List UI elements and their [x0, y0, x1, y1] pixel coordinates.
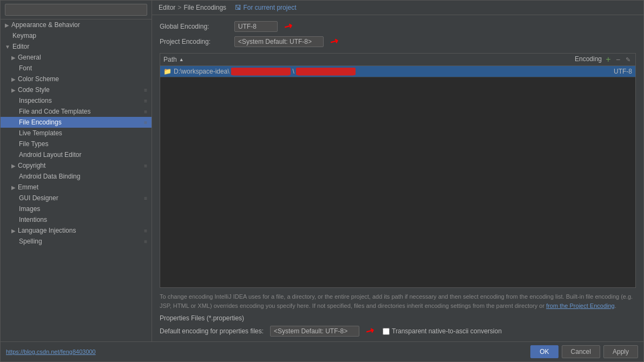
- breadcrumb-path: Editor: [159, 4, 175, 11]
- sidebar-item-label: General: [18, 54, 41, 61]
- sidebar-item-label: GUI Designer: [19, 194, 58, 202]
- apply-button[interactable]: Apply: [603, 345, 638, 358]
- table-header: Path ▲ Encoding + − ✎: [160, 54, 635, 66]
- main-content: Editor > File Encodings 🖫 For current pr…: [152, 1, 643, 341]
- properties-row: Default encoding for properties files: <…: [160, 325, 636, 337]
- sidebar-item-font[interactable]: Font: [1, 63, 152, 74]
- sidebar-item-label: Live Templates: [19, 129, 62, 137]
- info-link[interactable]: from the Project Encoding: [546, 302, 615, 309]
- expand-arrow: ▶: [11, 87, 16, 93]
- sidebar-item-inspections[interactable]: Inspections≡: [1, 95, 152, 106]
- default-encoding-label: Default encoding for properties files:: [160, 327, 264, 335]
- edit-row-button[interactable]: ✎: [623, 55, 632, 64]
- sidebar-item-badge: ≡: [144, 195, 147, 201]
- row-path: 📁 D:\workspace-idea\ ████████████ \ ████…: [163, 68, 567, 75]
- sidebar-item-label: File and Code Templates: [19, 108, 91, 115]
- col-encoding-header: Encoding: [537, 55, 602, 64]
- dialog-footer: https://blog.csdn.net/feng8403000 OK Can…: [1, 341, 643, 361]
- expand-arrow: ▶: [11, 228, 16, 234]
- sidebar-item-label: Keymap: [12, 32, 36, 40]
- redacted-path: ████████████: [296, 68, 356, 75]
- table-rows-container: 📁 D:\workspace-idea\ ████████████ \ ████…: [160, 66, 635, 77]
- sidebar-item-badge: ≡: [144, 109, 147, 115]
- sidebar-item-code-style[interactable]: ▶Code Style≡: [1, 84, 152, 95]
- sidebar-item-badge: ≡: [144, 87, 147, 93]
- sidebar-item-gui-designer[interactable]: GUI Designer≡: [1, 193, 152, 203]
- arrow-global: ↗: [282, 19, 295, 34]
- sidebar-item-android-layout-editor[interactable]: Android Layout Editor: [1, 149, 152, 160]
- sidebar: ▶Appearance & BehaviorKeymap▼Editor▶Gene…: [1, 1, 152, 341]
- search-box: [1, 1, 152, 19]
- sidebar-item-emmet[interactable]: ▶Emmet: [1, 182, 152, 193]
- sidebar-item-label: Font: [19, 64, 32, 72]
- breadcrumb-project: 🖫 For current project: [235, 4, 296, 11]
- sidebar-item-label: Spelling: [19, 238, 42, 245]
- expand-arrow: ▶: [11, 163, 16, 169]
- col-path-label: Path: [163, 56, 177, 63]
- transparent-checkbox[interactable]: [383, 328, 390, 335]
- global-encoding-dropdown[interactable]: UTF-8: [234, 21, 278, 32]
- sidebar-item-file-types[interactable]: File Types: [1, 139, 152, 149]
- ok-button[interactable]: OK: [530, 345, 558, 358]
- sidebar-item-label: Android Data Binding: [19, 173, 80, 180]
- sidebar-item-intentions[interactable]: Intentions: [1, 214, 152, 225]
- global-encoding-row: Global Encoding: UTF-8 ↗: [160, 21, 636, 32]
- sidebar-item-appearance[interactable]: ▶Appearance & Behavior: [1, 19, 152, 30]
- sidebar-tree: ▶Appearance & BehaviorKeymap▼Editor▶Gene…: [1, 19, 152, 247]
- sidebar-item-label: Images: [19, 205, 40, 213]
- info-text: To change encoding IntelliJ IDEA uses fo…: [160, 292, 636, 310]
- properties-section: Properties Files (*.properties) Default …: [160, 314, 636, 341]
- sidebar-item-color-scheme[interactable]: ▶Color Scheme: [1, 74, 152, 84]
- row-encoding: UTF-8: [567, 68, 632, 75]
- sidebar-item-badge: ≡: [144, 228, 147, 234]
- sidebar-item-spelling[interactable]: Spelling≡: [1, 236, 152, 247]
- sidebar-item-label: Color Scheme: [18, 75, 59, 83]
- encoding-table: Path ▲ Encoding + − ✎ 📁 D:\workspace-ide…: [160, 53, 636, 288]
- search-input[interactable]: [5, 4, 147, 16]
- expand-arrow: ▶: [5, 22, 9, 28]
- sidebar-item-keymap[interactable]: Keymap: [1, 30, 152, 41]
- col-path-arrow: ▲: [179, 57, 184, 62]
- sidebar-item-label: Appearance & Behavior: [11, 21, 80, 29]
- sidebar-item-label: Copyright: [18, 162, 45, 169]
- sidebar-item-label: File Encodings: [19, 119, 62, 126]
- project-encoding-dropdown[interactable]: <System Default: UTF-8>: [234, 36, 324, 47]
- dialog-body: ▶Appearance & BehaviorKeymap▼Editor▶Gene…: [1, 1, 643, 341]
- col-encoding-label: Encoding: [575, 55, 602, 63]
- default-encoding-dropdown[interactable]: <System Default: UTF-8>: [270, 326, 359, 337]
- expand-arrow: ▶: [11, 76, 16, 82]
- expand-arrow: ▶: [11, 55, 16, 61]
- sidebar-item-editor[interactable]: ▼Editor: [1, 41, 152, 52]
- sidebar-item-label: Code Style: [18, 86, 50, 94]
- arrow-properties: ↗: [364, 324, 377, 339]
- sidebar-item-file-encodings[interactable]: File Encodings≡: [1, 117, 152, 128]
- remove-row-button[interactable]: −: [614, 55, 622, 64]
- breadcrumb-current: File Encodings: [183, 4, 226, 11]
- breadcrumb-bar: Editor > File Encodings 🖫 For current pr…: [152, 1, 643, 15]
- sidebar-item-live-templates[interactable]: Live Templates: [1, 128, 152, 139]
- sidebar-item-label: Editor: [12, 43, 29, 50]
- sidebar-item-copyright[interactable]: ▶Copyright≡: [1, 160, 152, 171]
- sidebar-item-badge: ≡: [144, 163, 147, 169]
- add-row-button[interactable]: +: [604, 55, 613, 64]
- sidebar-item-badge: ≡: [144, 120, 147, 126]
- sidebar-item-file-and-code-templates[interactable]: File and Code Templates≡: [1, 106, 152, 117]
- help-link[interactable]: https://blog.csdn.net/feng8403000: [6, 348, 96, 355]
- settings-dialog: ▶Appearance & BehaviorKeymap▼Editor▶Gene…: [0, 0, 644, 362]
- sidebar-item-language-injections[interactable]: ▶Language Injections≡: [1, 225, 152, 236]
- global-encoding-label: Global Encoding:: [160, 23, 230, 30]
- settings-panel: Global Encoding: UTF-8 ↗ Project Encodin…: [152, 15, 643, 53]
- sidebar-item-label: Emmet: [18, 183, 38, 191]
- cancel-button[interactable]: Cancel: [562, 345, 600, 358]
- sidebar-item-general[interactable]: ▶General: [1, 52, 152, 63]
- sidebar-item-android-data-binding[interactable]: Android Data Binding: [1, 171, 152, 182]
- sidebar-item-images[interactable]: Images: [1, 203, 152, 214]
- expand-arrow: ▼: [5, 44, 10, 50]
- breadcrumb-separator: >: [178, 4, 181, 11]
- table-row[interactable]: 📁 D:\workspace-idea\ ████████████ \ ████…: [160, 66, 635, 77]
- path-text: D:\workspace-idea\ ████████████ \ ██████…: [174, 68, 356, 75]
- expand-arrow: ▶: [11, 185, 16, 190]
- project-encoding-label: Project Encoding:: [160, 38, 230, 45]
- project-encoding-row: Project Encoding: <System Default: UTF-8…: [160, 36, 636, 48]
- col-path-header[interactable]: Path ▲: [163, 55, 537, 64]
